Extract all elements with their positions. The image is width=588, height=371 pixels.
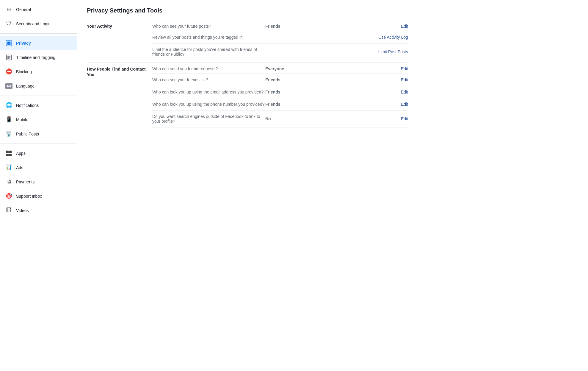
sidebar-item-security-login-label: Security and Login — [16, 21, 51, 26]
sidebar-item-videos-label: Videos — [16, 208, 29, 213]
sidebar-item-mobile-label: Mobile — [16, 117, 28, 122]
setting-value-friend-requests: Everyone — [265, 63, 307, 74]
blocking-icon: ⛔ — [5, 68, 13, 76]
setting-question-limit-past-posts: Limit the audience for posts you've shar… — [152, 43, 265, 60]
sidebar: ⚙ General 🛡 Security and Login Privacy — [0, 0, 77, 371]
sidebar-group-lower: 🌐 Notifications 📱 Mobile 📡 Public Posts — [0, 98, 77, 141]
limit-past-posts-link[interactable]: Limit Past Posts — [378, 49, 408, 54]
setting-question-future-posts: Who can see your future posts? — [152, 20, 265, 31]
section-your-activity-label: Your Activity — [87, 20, 152, 63]
setting-question-phone-lookup: Who can look you up using the phone numb… — [152, 98, 265, 110]
language-icon: AX — [5, 82, 13, 90]
sidebar-item-blocking-label: Blocking — [16, 69, 32, 74]
sidebar-item-payments[interactable]: 🖥 Payments — [0, 175, 77, 189]
setting-value-search-engines: No — [265, 110, 307, 127]
sidebar-item-support-inbox-label: Support Inbox — [16, 194, 42, 199]
setting-value-friends-list: Friends — [265, 74, 307, 86]
edit-future-posts-link[interactable]: Edit — [401, 24, 408, 29]
svg-rect-1 — [7, 42, 11, 45]
sidebar-item-language-label: Language — [16, 83, 35, 89]
setting-question-search-engines: Do you want search engines outside of Fa… — [152, 110, 265, 127]
svg-rect-7 — [9, 151, 12, 153]
setting-value-email-lookup: Friends — [265, 86, 307, 98]
sidebar-divider-1 — [0, 33, 77, 34]
setting-value-phone-lookup: Friends — [265, 98, 307, 110]
sidebar-item-timeline-tagging[interactable]: Timeline and Tagging — [0, 50, 77, 65]
sidebar-group-bottom: Apps 📊 Ads 🖥 Payments 🎯 Support Inbox 🎞 … — [0, 146, 77, 218]
sidebar-item-language[interactable]: AX Language — [0, 79, 77, 93]
edit-email-lookup-link[interactable]: Edit — [401, 90, 408, 94]
setting-value-activity-log — [265, 31, 307, 43]
setting-question-activity-log: Review all your posts and things you're … — [152, 31, 265, 43]
sidebar-item-mobile[interactable]: 📱 Mobile — [0, 113, 77, 127]
edit-friend-requests-link[interactable]: Edit — [401, 66, 408, 71]
sidebar-item-payments-label: Payments — [16, 179, 35, 185]
sidebar-item-apps-label: Apps — [16, 151, 26, 156]
setting-question-email-lookup: Who can look you up using the email addr… — [152, 86, 265, 98]
setting-value-future-posts: Friends — [265, 20, 307, 31]
sidebar-item-privacy-label: Privacy — [16, 40, 31, 46]
sidebar-group-middle: Privacy Timeline and Tagging ⛔ Blocking — [0, 36, 77, 93]
gear-icon: ⚙ — [5, 5, 13, 14]
main-content: Privacy Settings and Tools Your Activity… — [77, 0, 588, 371]
notifications-icon: 🌐 — [5, 101, 13, 110]
svg-rect-6 — [6, 151, 9, 153]
sidebar-divider-2 — [0, 96, 77, 96]
sidebar-item-privacy[interactable]: Privacy — [0, 36, 77, 50]
edit-friends-list-link[interactable]: Edit — [401, 77, 408, 82]
payments-icon: 🖥 — [5, 178, 13, 186]
section-how-people-find: How People Find and Contact You Who can … — [87, 63, 408, 74]
sidebar-divider-3 — [0, 144, 77, 144]
sidebar-item-timeline-label: Timeline and Tagging — [16, 55, 55, 60]
sidebar-item-general[interactable]: ⚙ General — [0, 2, 77, 17]
ads-icon: 📊 — [5, 163, 13, 172]
section-how-people-find-label: How People Find and Contact You — [87, 63, 152, 127]
public-posts-icon: 📡 — [5, 130, 13, 138]
setting-value-limit-past — [265, 43, 307, 60]
videos-icon: 🎞 — [5, 206, 13, 215]
mobile-icon: 📱 — [5, 116, 13, 124]
sidebar-item-support-inbox[interactable]: 🎯 Support Inbox — [0, 189, 77, 203]
setting-question-friends-list: Who can see your friends list? — [152, 74, 265, 86]
sidebar-item-general-label: General — [16, 7, 31, 12]
sidebar-item-ads-label: Ads — [16, 165, 23, 170]
svg-rect-8 — [6, 154, 9, 156]
sidebar-item-notifications[interactable]: 🌐 Notifications — [0, 98, 77, 113]
sidebar-item-ads[interactable]: 📊 Ads — [0, 160, 77, 175]
section-your-activity: Your Activity Who can see your future po… — [87, 20, 408, 31]
sidebar-group-top: ⚙ General 🛡 Security and Login — [0, 2, 77, 31]
apps-icon — [5, 149, 13, 158]
sidebar-item-apps[interactable]: Apps — [0, 146, 77, 160]
privacy-icon — [5, 39, 13, 47]
support-inbox-icon: 🎯 — [5, 192, 13, 200]
setting-question-friend-requests: Who can send you friend requests? — [152, 63, 265, 74]
sidebar-item-notifications-label: Notifications — [16, 103, 39, 108]
sidebar-item-security-login[interactable]: 🛡 Security and Login — [0, 17, 77, 31]
sidebar-item-videos[interactable]: 🎞 Videos — [0, 203, 77, 218]
settings-table: Your Activity Who can see your future po… — [87, 20, 408, 127]
edit-search-engines-link[interactable]: Edit — [401, 116, 408, 121]
sidebar-item-public-posts-label: Public Posts — [16, 131, 39, 137]
sidebar-item-public-posts[interactable]: 📡 Public Posts — [0, 127, 77, 141]
use-activity-log-link[interactable]: Use Activity Log — [378, 35, 408, 40]
sidebar-item-blocking[interactable]: ⛔ Blocking — [0, 65, 77, 79]
edit-phone-lookup-link[interactable]: Edit — [401, 102, 408, 107]
timeline-icon — [5, 53, 13, 62]
page-title: Privacy Settings and Tools — [87, 7, 578, 14]
shield-icon: 🛡 — [5, 20, 13, 28]
svg-rect-9 — [9, 154, 12, 156]
